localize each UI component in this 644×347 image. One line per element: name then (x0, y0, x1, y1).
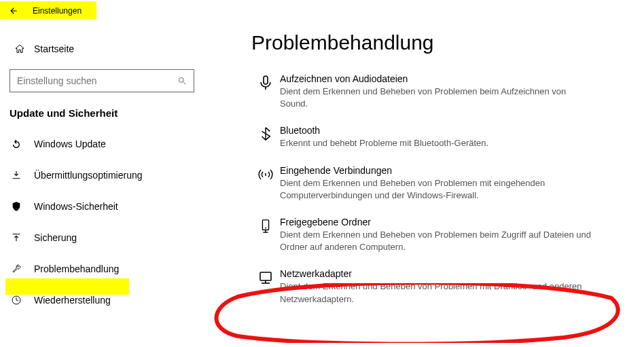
window-titlebar: Einstellungen (0, 0, 204, 22)
download-icon (11, 170, 29, 181)
troubleshoot-item-audio-recording[interactable]: Aufzeichnen von Audiodateien Dient dem E… (251, 73, 630, 110)
troubleshoot-item-title: Aufzeichnen von Audiodateien (280, 73, 630, 84)
troubleshoot-item-desc: Dient dem Erkennen und Beheben von Probl… (280, 177, 592, 202)
sidebar-home[interactable]: Startseite (0, 34, 204, 64)
arrow-left-icon (9, 6, 18, 16)
window-title: Einstellungen (33, 6, 82, 16)
signal-icon (251, 165, 280, 202)
server-icon (251, 217, 280, 253)
troubleshoot-item-title: Netzwerkadapter (280, 268, 630, 279)
upload-icon (11, 232, 29, 243)
sidebar-item-label: Sicherung (34, 232, 77, 243)
back-button[interactable] (4, 1, 23, 20)
sidebar-item-windows-update[interactable]: Windows Update (0, 128, 204, 160)
sidebar-item-label: Wiederherstellung (34, 295, 111, 306)
troubleshoot-item-desc: Dient dem Erkennen und Beheben von Probl… (280, 229, 592, 253)
troubleshoot-item-bluetooth[interactable]: Bluetooth Erkennt und behebt Probleme mi… (251, 125, 630, 149)
sidebar-item-label: Windows Update (34, 139, 106, 149)
microphone-icon (251, 73, 280, 110)
svg-point-6 (265, 227, 266, 229)
troubleshoot-item-incoming-connections[interactable]: Eingehende Verbindungen Dient dem Erkenn… (251, 165, 630, 202)
troubleshoot-item-network-adapter[interactable]: Netzwerkadapter Dient dem Erkennen und B… (251, 268, 630, 305)
sidebar-item-windows-security[interactable]: Windows-Sicherheit (0, 191, 204, 222)
svg-rect-2 (264, 76, 268, 84)
search-input[interactable] (17, 75, 177, 86)
bluetooth-icon (251, 125, 280, 149)
troubleshoot-item-shared-folders[interactable]: Freigegebene Ordner Dient dem Erkennen u… (251, 217, 630, 253)
home-icon (11, 43, 29, 54)
search-box[interactable] (10, 69, 194, 92)
sidebar-item-label: Übermittlungsoptimierung (34, 170, 143, 181)
svg-line-1 (183, 82, 186, 85)
sidebar-home-label: Startseite (34, 43, 74, 54)
page-title: Problembehandlung (251, 31, 630, 54)
troubleshoot-item-desc: Erkennt und behebt Probleme mit Bluetoot… (280, 137, 592, 149)
sidebar-item-recovery[interactable]: Wiederherstellung (0, 285, 204, 316)
refresh-icon (11, 139, 29, 149)
sidebar-item-troubleshoot[interactable]: Problembehandlung (0, 253, 204, 285)
search-icon (177, 76, 187, 86)
troubleshoot-item-title: Eingehende Verbindungen (280, 165, 630, 176)
history-icon (11, 295, 29, 306)
troubleshoot-item-desc: Dient dem Erkennen und Beheben von Probl… (280, 280, 592, 305)
network-adapter-icon (251, 268, 280, 305)
search-container (10, 69, 194, 92)
shield-icon (11, 201, 29, 212)
sidebar-item-label: Windows-Sicherheit (34, 201, 118, 212)
sidebar-item-label: Problembehandlung (34, 263, 119, 274)
sidebar-item-backup[interactable]: Sicherung (0, 222, 204, 253)
troubleshoot-item-desc: Dient dem Erkennen und Beheben von Probl… (280, 86, 592, 110)
svg-point-0 (179, 77, 183, 82)
wrench-icon (11, 263, 29, 274)
svg-rect-7 (260, 272, 271, 280)
sidebar-item-delivery-optimization[interactable]: Übermittlungsoptimierung (0, 160, 204, 191)
sidebar-section-heading: Update und Sicherheit (0, 107, 204, 119)
troubleshoot-item-title: Bluetooth (280, 125, 630, 136)
troubleshoot-item-title: Freigegebene Ordner (280, 217, 630, 227)
